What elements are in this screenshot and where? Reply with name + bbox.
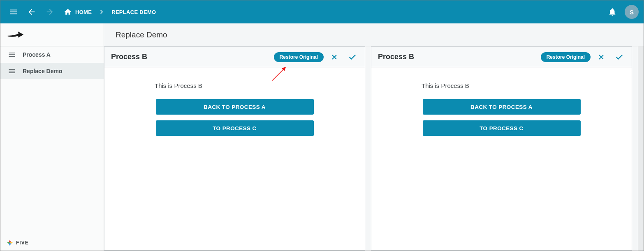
breadcrumb-current[interactable]: REPLACE DEMO <box>107 9 160 15</box>
hamburger-icon <box>9 7 18 16</box>
sidebar-item-process-a[interactable]: Process A <box>0 46 104 63</box>
app-bar: HOME REPLACE DEMO S <box>0 0 644 23</box>
list-icon <box>8 51 16 59</box>
nav-back-button[interactable] <box>23 4 40 20</box>
menu-button[interactable] <box>5 4 22 20</box>
five-logo-icon <box>6 239 14 246</box>
breadcrumb-current-label: REPLACE DEMO <box>111 9 156 15</box>
panel-header: Process B Restore Original <box>104 47 365 67</box>
home-icon <box>64 8 72 16</box>
panel-title: Process B <box>378 53 414 61</box>
page-title: Replace Demo <box>104 23 644 46</box>
main-area: Replace Demo Process B Restore Original <box>104 23 644 251</box>
avatar-initial: S <box>630 9 634 16</box>
panel-body: This is Process B BACK TO PROCESS A TO P… <box>104 67 365 250</box>
panel-body-text: This is Process B <box>422 82 469 89</box>
avatar[interactable]: S <box>625 5 639 19</box>
scrollbar[interactable] <box>638 46 644 251</box>
chevron-right-icon <box>97 8 106 16</box>
to-process-c-button[interactable]: TO PROCESS C <box>156 120 314 136</box>
sidebar: Process A Replace Demo FIVE <box>0 23 104 251</box>
panel-title: Process B <box>111 53 147 61</box>
check-icon <box>615 53 624 62</box>
close-icon <box>330 53 338 61</box>
restore-original-button[interactable]: Restore Original <box>274 52 324 62</box>
sidebar-item-replace-demo[interactable]: Replace Demo <box>0 63 104 79</box>
notifications-button[interactable] <box>604 4 621 20</box>
sidebar-item-label: Replace Demo <box>23 68 62 74</box>
panel-body-text: This is Process B <box>155 82 202 89</box>
sidebar-brand: FIVE <box>0 235 104 251</box>
back-to-process-a-button[interactable]: BACK TO PROCESS A <box>423 99 581 115</box>
confirm-button[interactable] <box>612 50 627 64</box>
panel-process-b-right: Process B Restore Original This is Proce… <box>371 46 632 251</box>
sidebar-item-label: Process A <box>23 51 51 58</box>
panel-body: This is Process B BACK TO PROCESS A TO P… <box>371 67 632 250</box>
panel-process-b-left: Process B Restore Original This is Proce… <box>104 46 365 251</box>
back-to-process-a-button[interactable]: BACK TO PROCESS A <box>156 99 314 115</box>
confirm-button[interactable] <box>345 50 360 64</box>
cancel-button[interactable] <box>594 50 609 64</box>
nav-forward-button <box>42 4 58 20</box>
arrow-left-icon <box>27 7 36 16</box>
restore-original-button[interactable]: Restore Original <box>541 52 591 62</box>
breadcrumb-home-label: HOME <box>75 9 92 15</box>
bell-icon <box>608 7 617 16</box>
arrow-right-icon <box>45 7 54 16</box>
panel-row: Process B Restore Original This is Proce… <box>104 46 644 251</box>
close-icon <box>597 53 605 61</box>
list-icon <box>8 67 16 75</box>
brand-label: FIVE <box>16 240 29 246</box>
sidebar-header <box>0 23 104 46</box>
forward-arrow-icon <box>7 30 24 40</box>
breadcrumb-home[interactable]: HOME <box>60 8 96 16</box>
cancel-button[interactable] <box>327 50 342 64</box>
panel-header: Process B Restore Original <box>371 47 632 67</box>
check-icon <box>348 53 357 62</box>
to-process-c-button[interactable]: TO PROCESS C <box>423 120 581 136</box>
